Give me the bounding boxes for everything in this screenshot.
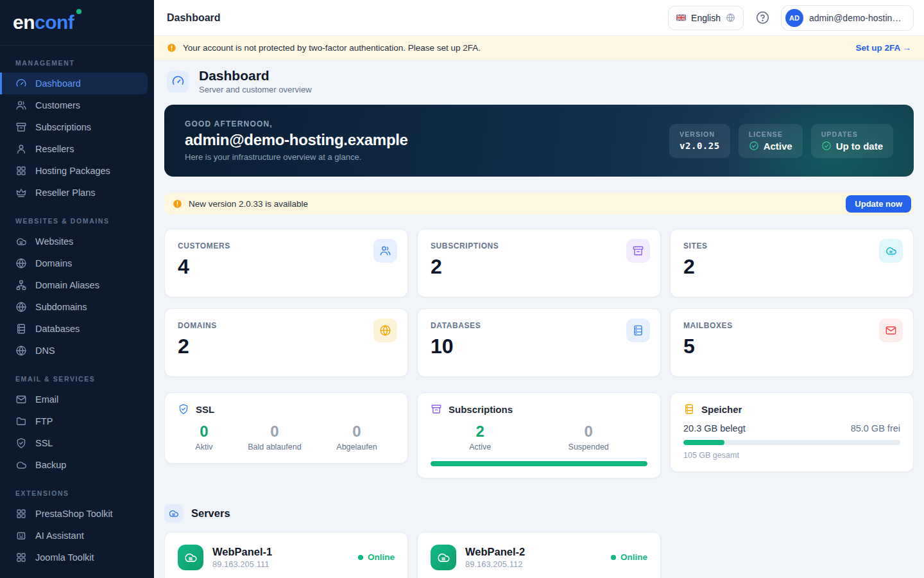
sidebar-item-databases[interactable]: Databases (0, 318, 148, 340)
grid-icon (15, 165, 27, 177)
subscriptions-card-header: Subscriptions (431, 403, 647, 415)
grid-icon (15, 508, 27, 520)
stat-iconbox (373, 319, 397, 342)
online-dot-icon (611, 555, 616, 560)
summary-cards-row: SSL 0 Aktiv 0 Bald ablaufend 0 (164, 392, 914, 478)
sidebar-item-subdomains[interactable]: Subdomains (0, 296, 148, 318)
sidebar-item-label: Backup (35, 460, 66, 470)
sidebar-item-backup[interactable]: Backup (0, 454, 148, 476)
sidebar-item-hosting-packages[interactable]: Hosting Packages (0, 160, 148, 182)
storage-card-header: Speicher (683, 403, 900, 415)
ssl-active-value: 0 (195, 423, 212, 440)
sidebar-item-label: Websites (35, 236, 73, 247)
sidebar-item-label: Reseller Plans (35, 188, 96, 198)
ssl-card-header: SSL (178, 403, 395, 415)
server-icon (431, 545, 456, 570)
content-area: Dashboard Server and customer overview G… (154, 60, 924, 578)
ssl-card-title: SSL (196, 404, 214, 415)
sidebar-item-customers[interactable]: Customers (0, 94, 148, 116)
stat-label: MAILBOXES (683, 321, 900, 330)
server-card-webpanel-1[interactable]: WebPanel-1 89.163.205.111 Online standal… (164, 532, 408, 578)
stat-iconbox (879, 239, 903, 263)
update-now-button[interactable]: Update now (846, 195, 911, 213)
license-badge-label: LICENSE (749, 130, 792, 138)
avatar: AD (785, 9, 803, 27)
sidebar-item-reseller-plans[interactable]: Reseller Plans (0, 182, 148, 204)
ssl-expiring-stat: 0 Bald ablaufend (248, 423, 301, 451)
server-identity: WebPanel-2 89.163.205.112 (465, 546, 525, 569)
stat-iconbox (626, 319, 650, 342)
user-icon (15, 143, 27, 155)
sidebar-item-joomla-toolkit[interactable]: Joomla Toolkit (0, 547, 148, 568)
updates-status: Up to date (836, 141, 883, 152)
sidebar-item-ftp[interactable]: FTP (0, 410, 148, 432)
sidebar-item-ssl[interactable]: SSL (0, 432, 148, 454)
brand-logo[interactable]: enconf (0, 0, 154, 46)
archive-icon (632, 245, 644, 257)
sidebar-item-resellers[interactable]: Resellers (0, 138, 148, 160)
version-badge-value: v2.0.25 (680, 141, 720, 151)
brand-suffix: conf (35, 12, 74, 33)
sidebar-item-ai-assistant[interactable]: AI Assistant (0, 525, 148, 547)
stat-iconbox (373, 239, 397, 263)
language-selector[interactable]: English (668, 6, 744, 30)
sidebar-item-dashboard[interactable]: Dashboard (0, 73, 148, 94)
robot-icon (15, 530, 27, 541)
hero-account-name: admin@demo-hosting.example (185, 131, 408, 149)
subscriptions-progress-track (431, 461, 647, 466)
server-card-webpanel-2[interactable]: WebPanel-2 89.163.205.112 Online web mai… (417, 532, 661, 578)
stat-card-databases[interactable]: DATABASES 10 (417, 308, 661, 377)
ssl-expiring-value: 0 (248, 423, 301, 440)
sidebar-item-domain-aliases[interactable]: Domain Aliases (0, 274, 148, 296)
sidebar-item-label: Databases (35, 324, 80, 334)
subscriptions-suspended-stat: 0 Suspended (569, 423, 609, 451)
sidebar-item-dns[interactable]: DNS (0, 340, 148, 362)
cloud-server-icon (168, 508, 179, 519)
users-icon (379, 245, 391, 257)
globe-icon (15, 301, 27, 313)
stat-card-domains[interactable]: DOMAINS 2 (164, 308, 408, 377)
license-status: Active (764, 141, 792, 152)
sidebar-item-websites[interactable]: Websites (0, 231, 148, 252)
ssl-active-stat: 0 Aktiv (195, 423, 212, 451)
cloud-server-icon (15, 236, 27, 247)
welcome-hero: GOOD AFTERNOON, admin@demo-hosting.examp… (164, 105, 914, 177)
globe-icon (15, 258, 27, 269)
ssl-expiring-label: Bald ablaufend (248, 442, 301, 451)
archive-icon (431, 403, 442, 415)
storage-usage-row: 20.3 GB belegt 85.0 GB frei (683, 423, 900, 434)
version-badge: VERSION v2.0.25 (669, 124, 730, 158)
sidebar-item-domains[interactable]: Domains (0, 252, 148, 274)
account-menu[interactable]: AD admin@demo-hosting.example (781, 5, 914, 31)
cloud-server-icon (436, 550, 450, 565)
server-status: Online (358, 552, 395, 562)
sidebar-section-management: MANAGEMENT (0, 46, 154, 73)
brand-name: enconf (13, 12, 74, 33)
hero-subtitle: Here is your infrastructure overview at … (185, 152, 408, 162)
stat-card-subscriptions[interactable]: SUBSCRIPTIONS 2 (417, 229, 661, 297)
stat-card-customers[interactable]: CUSTOMERS 4 (164, 229, 408, 297)
sidebar-item-label: SSL (35, 438, 53, 448)
uk-flag-icon (676, 13, 686, 22)
database-icon (15, 323, 27, 335)
language-label: English (691, 13, 721, 23)
storage-card-title: Speicher (701, 404, 742, 415)
help-button[interactable] (750, 6, 774, 30)
setup-2fa-link[interactable]: Set up 2FA → (855, 43, 911, 53)
folder-icon (15, 416, 27, 427)
sidebar-item-subscriptions[interactable]: Subscriptions (0, 116, 148, 138)
stat-card-sites[interactable]: SITES 2 (670, 229, 914, 297)
stat-label: DOMAINS (178, 321, 395, 330)
ssl-expired-value: 0 (336, 423, 377, 440)
ssl-stats: 0 Aktiv 0 Bald ablaufend 0 Abgelaufen (178, 423, 395, 451)
stat-card-mailboxes[interactable]: MAILBOXES 5 (670, 308, 914, 377)
sidebar-item-label: Resellers (35, 144, 74, 154)
cloud-server-icon (184, 550, 198, 565)
sidebar-item-label: Joomla Toolkit (35, 552, 94, 563)
users-icon (15, 100, 27, 111)
updates-badge-label: UPDATES (821, 130, 883, 138)
sidebar-item-label: Dashboard (35, 78, 81, 89)
sidebar-item-prestashop-toolkit[interactable]: PrestaShop Toolkit (0, 503, 148, 525)
storage-progress-track (683, 440, 900, 445)
sidebar-item-email[interactable]: Email (0, 389, 148, 410)
